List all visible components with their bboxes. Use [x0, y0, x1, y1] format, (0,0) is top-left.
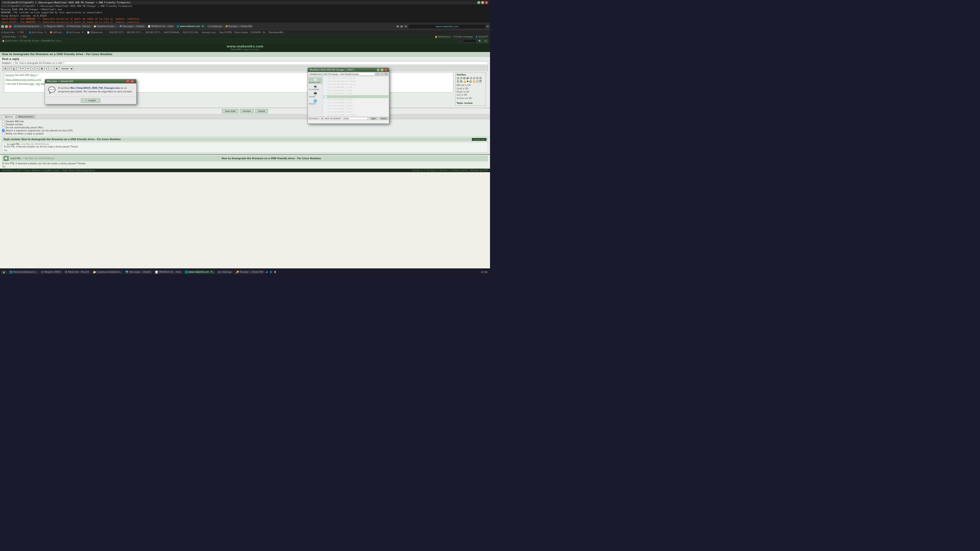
- notifications-link[interactable]: 🔔 Notifications: [435, 36, 451, 38]
- breadcrumb-makemkv[interactable]: MakeMKV for Linux: [42, 40, 61, 42]
- smiley-1[interactable]: 😊: [457, 77, 459, 79]
- search-input[interactable]: [456, 39, 476, 43]
- smiley-8[interactable]: 😠: [479, 77, 482, 79]
- smiley-4[interactable]: 😂: [466, 77, 469, 79]
- fm-file-10[interactable]: 📄 OE_LG_BH16NS60_1.03.bin: [324, 107, 388, 110]
- terminal-maximize[interactable]: □: [481, 1, 484, 4]
- breadcrumb-home[interactable]: 🏠 Board index: [2, 40, 18, 42]
- browser-forward[interactable]: ▶: [400, 25, 403, 28]
- browser-menu[interactable]: ≡: [486, 25, 489, 28]
- fm-open-button[interactable]: Open: [370, 117, 377, 120]
- fm-refresh-btn[interactable]: ↻: [384, 73, 388, 76]
- bookmark-amazon[interactable]: Amazon.co.jp...: [202, 32, 218, 34]
- private-messages-link[interactable]: ✉ Private messages: [453, 36, 473, 38]
- kio-dialog-question[interactable]: ?: [126, 80, 129, 83]
- fm-file-3[interactable]: 📄 OE_LG_BH16NS48_1.01.bin: [324, 86, 388, 89]
- fm-file-0[interactable]: 📄 OE_ASUS_BC-12D2HT_3.01.bin: [324, 77, 388, 80]
- taskbar-item-6[interactable]: 🌐 www.makemkv.com - P...: [183, 270, 216, 274]
- save-draft-button[interactable]: Save draft: [222, 109, 238, 113]
- tray-icon-battery[interactable]: 🔋: [274, 271, 277, 273]
- kio-dialog-close-button[interactable]: ✕: [130, 80, 134, 83]
- italic-button[interactable]: I: [8, 67, 11, 70]
- taskbar-item-3[interactable]: 📁 Carpetas locales/band...: [91, 270, 123, 274]
- taskbar-item-1[interactable]: ✈ Telegram (4901): [40, 270, 62, 274]
- fm-maximize[interactable]: □: [380, 68, 383, 71]
- contact-us[interactable]: Contact us: [412, 169, 423, 171]
- fm-cancel-button[interactable]: Cancel: [379, 117, 388, 120]
- checkbox-disable-bbcode[interactable]: [2, 120, 5, 123]
- tab-options[interactable]: Options: [2, 115, 16, 118]
- fm-toolbar-btn[interactable]: 🔧: [375, 73, 380, 76]
- taskbar-start-button[interactable]: 🐧: [1, 270, 7, 274]
- browser-tab-7[interactable]: ⚙ cmake-gui: [207, 25, 223, 28]
- bookmark-aur[interactable]: 📦 AUR (en)...: [50, 32, 64, 34]
- fm-sidebar-recently-used[interactable]: 🕐 Recently used: [308, 77, 322, 84]
- fm-filename-input[interactable]: [320, 117, 368, 120]
- fm-file-4[interactable]: 📄 OE_LG_BH16NS55_1.02.bin: [324, 89, 388, 92]
- faq-link[interactable]: ❓ FAQ: [19, 36, 27, 38]
- terminal-close[interactable]: ✕: [485, 1, 488, 4]
- fm-sidebar-network[interactable]: 🌐 Network: [308, 99, 322, 105]
- tab-attachments[interactable]: Attachments: [16, 115, 35, 118]
- smiley-3[interactable]: 😄: [463, 77, 466, 79]
- smiley-13[interactable]: 😋: [469, 80, 472, 83]
- smiley-16[interactable]: 😇: [479, 80, 482, 83]
- browser-tab-0[interactable]: 🌐 #animeunderground...: [13, 25, 42, 28]
- color-button[interactable]: ♦: [45, 67, 48, 70]
- bookmark-arch[interactable]: 🌐 Arch Linux - P...: [29, 32, 48, 34]
- smiley-6[interactable]: 😐: [473, 77, 475, 79]
- browser-tab-1[interactable]: ✈ Telegram (4901): [43, 25, 65, 28]
- bookmark-ip3[interactable]: 108.165.237.1...: [145, 32, 162, 34]
- fm-file-1[interactable]: 📄 OE_ASUS_BW-16D1HT_3.02.bin: [324, 80, 388, 83]
- fm-file-5[interactable]: 📄 OE_LG_BH16NS55_1.04.bin: [324, 92, 388, 95]
- taskbar-item-2[interactable]: # #dxvk-dev - Discord: [64, 270, 90, 274]
- the-team[interactable]: The team: [426, 169, 436, 171]
- delete-cookies[interactable]: Delete cookies: [452, 169, 467, 171]
- terminal-minimize[interactable]: −: [477, 1, 480, 4]
- browser-reload[interactable]: ↻: [404, 25, 407, 28]
- subject-input[interactable]: [14, 61, 488, 65]
- bookmark-hash[interactable]: 6a0133f3a6d8...: [164, 32, 181, 34]
- browser-tab-4[interactable]: 🐬 Descargas — Dolphin: [118, 25, 146, 28]
- bookmark-como[interactable]: Cómo instalar: [234, 32, 248, 34]
- quote-button[interactable]: ": [17, 67, 20, 70]
- bookmark-quicklinks[interactable]: ☰ Quick links: [1, 32, 14, 34]
- fm-close[interactable]: ✕: [384, 68, 387, 71]
- smiley-2[interactable]: 😉: [460, 77, 462, 79]
- browser-tab-6[interactable]: 🌐 www.makemkv.com - P...: [175, 25, 207, 28]
- font-size-select[interactable]: Normal: [59, 67, 74, 71]
- undo-button[interactable]: ↩: [21, 67, 25, 70]
- bookmark-faq[interactable]: ❓ FAQ: [17, 32, 24, 34]
- table-button[interactable]: ⊞: [40, 67, 44, 70]
- breadcrumb-os[interactable]: OS-specific forums: [20, 40, 39, 42]
- bookmark-ip1[interactable]: 108.165.237.1: [109, 32, 124, 34]
- fm-file-9[interactable]: 📄 OE_LG_BH16NS60_1.02.bin: [324, 104, 388, 107]
- fm-file-6[interactable]: 📄 OE_LG_BH16NS55_1.02_4088.bin: [324, 95, 388, 98]
- browser-back[interactable]: ◀: [396, 25, 399, 28]
- smiley-7[interactable]: 😞: [476, 77, 479, 79]
- taskbar-item-8[interactable]: 🔑 Disculpe — Cliente KIO: [234, 270, 265, 274]
- list2-button[interactable]: ≡: [35, 67, 39, 70]
- search-button[interactable]: 🔍: [477, 39, 483, 43]
- kio-dialog[interactable]: Disculpe — Cliente KIO ? ✕ 💬 El archivo …: [45, 79, 137, 104]
- taskbar-item-4[interactable]: 🐬 Descargas — Dolphin: [124, 270, 153, 274]
- fm-file-11[interactable]: 📄 OE_LG_BH16NS60_1.02.bin: [324, 110, 388, 114]
- browser-tab-3[interactable]: 📁 Carpetas locales...: [92, 25, 117, 28]
- quick-links-link[interactable]: ☰ Quick links: [2, 36, 16, 38]
- fm-up-btn[interactable]: ↑: [381, 73, 384, 76]
- checkbox-signature[interactable]: [2, 129, 5, 132]
- browser-maximize[interactable]: □: [5, 25, 8, 28]
- fm-file-2[interactable]: 📄 OE_ASUS_BW-16D1HT_3.02.bin: [324, 83, 388, 86]
- expand-view-button[interactable]: Expand view: [472, 138, 487, 141]
- fm-address-bar[interactable]: [309, 73, 375, 76]
- fm-file-7[interactable]: 📄 OE_LG_BH16NS60_1.01.bin: [324, 98, 388, 101]
- smiley-9[interactable]: 😢: [457, 80, 459, 83]
- checkbox-notify[interactable]: [2, 132, 5, 135]
- bookmark-arch2[interactable]: 🌐 Arch Linux - P...: [66, 32, 85, 34]
- smiley-10[interactable]: 😎: [460, 80, 462, 83]
- bottom-top-link[interactable]: Top: [2, 165, 488, 168]
- submit-button[interactable]: Submit: [255, 109, 268, 113]
- tray-icon-volume[interactable]: 🔊: [266, 271, 268, 273]
- smiley-15[interactable]: 😏: [476, 80, 479, 83]
- bookmark-ip2[interactable]: 108.165.237.1...: [126, 32, 143, 34]
